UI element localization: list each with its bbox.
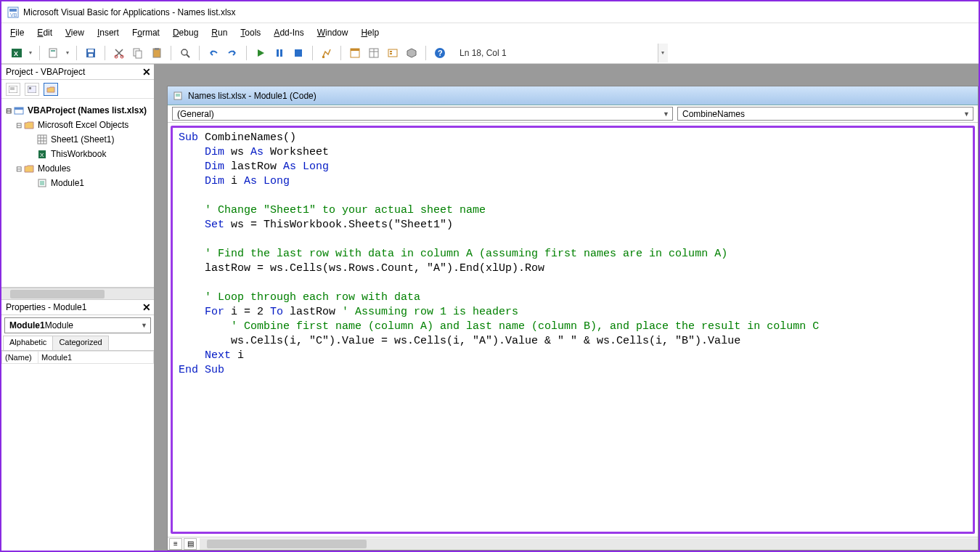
project-hscroll[interactable] — [1, 288, 154, 299]
undo-icon[interactable] — [205, 45, 221, 61]
svg-rect-19 — [280, 49, 282, 57]
prop-name-key: (Name) — [2, 352, 38, 364]
menu-run[interactable]: Run — [211, 28, 227, 38]
toolbar-overflow[interactable]: ▾ — [658, 44, 668, 62]
code-editor[interactable]: Sub CombineNames() Dim ws As Worksheet D… — [171, 126, 975, 534]
full-module-view-icon[interactable]: ▤ — [184, 538, 197, 550]
tree-root-label: VBAProject (Names list.xlsx) — [28, 105, 147, 115]
properties-combo-bold: Module1 — [9, 320, 45, 330]
tree-root[interactable]: ⊟ VBAProject (Names list.xlsx) — [4, 103, 151, 118]
separator — [39, 46, 40, 60]
code-window-footer: ≡ ▤ — [168, 537, 978, 550]
project-pane-header: Project - VBAProject ✕ — [1, 64, 154, 80]
svg-rect-5 — [49, 49, 57, 57]
close-icon[interactable]: ✕ — [142, 66, 151, 78]
menu-window[interactable]: Window — [317, 28, 348, 38]
reset-icon[interactable] — [290, 45, 306, 61]
code-window-combos: (General) ▼ CombineNames ▼ — [168, 105, 978, 123]
svg-rect-27 — [388, 49, 397, 57]
window-title: Microsoft Visual Basic for Applications … — [23, 7, 236, 17]
menu-view[interactable]: View — [65, 28, 84, 38]
help-icon[interactable]: ? — [432, 45, 448, 61]
tree-sheet1[interactable]: Sheet1 (Sheet1) — [4, 132, 151, 147]
tree-modules[interactable]: ⊟ Modules — [4, 161, 151, 176]
break-icon[interactable] — [271, 45, 287, 61]
menu-format[interactable]: Format — [132, 28, 160, 38]
copy-icon[interactable] — [130, 45, 146, 61]
view-code-icon[interactable] — [6, 83, 20, 96]
menu-tools[interactable]: Tools — [240, 28, 261, 38]
svg-line-17 — [187, 54, 189, 57]
find-icon[interactable] — [177, 45, 193, 61]
menu-edit[interactable]: Edit — [37, 28, 52, 38]
tree-excel-objects[interactable]: ⊟ Microsoft Excel Objects — [4, 118, 151, 132]
separator — [199, 46, 200, 60]
object-combo[interactable]: (General) ▼ — [172, 107, 673, 121]
menu-help[interactable]: Help — [361, 28, 379, 38]
menu-addins[interactable]: Add-Ins — [274, 28, 303, 38]
folder-icon — [23, 163, 35, 174]
code-window-titlebar[interactable]: Names list.xlsx - Module1 (Code) — [168, 86, 978, 105]
project-toolbar — [1, 80, 154, 99]
object-browser-icon[interactable] — [385, 45, 401, 61]
svg-text:?: ? — [438, 49, 443, 57]
procedure-combo[interactable]: CombineNames ▼ — [677, 107, 973, 121]
toolbox-icon[interactable] — [404, 45, 420, 61]
tab-alphabetic[interactable]: Alphabetic — [3, 336, 53, 350]
menu-insert[interactable]: Insert — [97, 28, 119, 38]
procedure-view-icon[interactable]: ≡ — [169, 538, 182, 550]
paste-icon[interactable] — [149, 45, 165, 61]
insert-module-icon[interactable] — [46, 45, 62, 61]
tab-categorized[interactable]: Categorized — [52, 336, 108, 350]
redo-icon[interactable] — [224, 45, 240, 61]
tree-sheet1-label: Sheet1 (Sheet1) — [51, 134, 114, 145]
separator — [76, 46, 77, 60]
design-mode-icon[interactable] — [319, 45, 335, 61]
properties-grid[interactable]: (Name) Module1 — [1, 350, 154, 551]
worksheet-icon — [36, 134, 48, 145]
tree-thisworkbook[interactable]: X ThisWorkbook — [4, 147, 151, 161]
code-hscroll[interactable] — [200, 538, 978, 550]
svg-rect-13 — [136, 51, 142, 58]
separator — [171, 46, 171, 60]
menubar: File Edit View Insert Format Debug Run T… — [1, 23, 979, 42]
svg-rect-20 — [295, 49, 302, 57]
separator — [246, 46, 247, 60]
toolbar: X ▾ ▾ ? Ln 18, Col 1 ▾ — [1, 42, 979, 64]
insert-module-dropdown[interactable]: ▾ — [65, 45, 70, 61]
chevron-down-icon: ▼ — [141, 322, 147, 329]
menu-debug[interactable]: Debug — [173, 28, 198, 38]
module-icon — [172, 90, 184, 102]
svg-text:VB: VB — [10, 12, 17, 17]
properties-window-icon[interactable] — [366, 45, 382, 61]
svg-rect-39 — [38, 135, 46, 144]
code-window: Names list.xlsx - Module1 (Code) (Genera… — [167, 86, 979, 551]
view-excel-dropdown[interactable]: ▾ — [28, 45, 33, 61]
tree-thisworkbook-label: ThisWorkbook — [51, 149, 106, 159]
project-pane-title: Project - VBAProject — [6, 67, 85, 77]
separator — [105, 46, 105, 60]
view-object-icon[interactable] — [25, 83, 39, 96]
properties-object-combo[interactable]: Module1 Module ▼ — [4, 317, 151, 333]
toggle-folders-icon[interactable] — [44, 83, 58, 96]
properties-tabs: Alphabetic Categorized — [1, 336, 154, 350]
save-icon[interactable] — [83, 45, 99, 61]
project-explorer-icon[interactable] — [347, 45, 363, 61]
close-icon[interactable]: ✕ — [142, 301, 151, 313]
svg-text:X: X — [40, 152, 44, 158]
cut-icon[interactable] — [111, 45, 127, 61]
run-icon[interactable] — [253, 45, 269, 61]
cursor-position: Ln 18, Col 1 — [460, 48, 507, 58]
code-window-title: Names list.xlsx - Module1 (Code) — [188, 91, 317, 101]
view-excel-icon[interactable]: X — [9, 45, 25, 61]
tree-modules-label: Modules — [38, 163, 70, 174]
tree-module1[interactable]: Module1 — [4, 176, 151, 190]
vba-app-icon: VB — [7, 7, 19, 18]
svg-rect-18 — [277, 49, 279, 57]
svg-rect-8 — [88, 49, 94, 52]
tree-excel-objects-label: Microsoft Excel Objects — [38, 120, 128, 130]
menu-file[interactable]: File — [10, 28, 24, 38]
prop-name-value[interactable]: Module1 — [38, 352, 154, 364]
project-tree[interactable]: ⊟ VBAProject (Names list.xlsx) ⊟ Microso… — [1, 99, 154, 288]
workbook-icon: X — [36, 148, 48, 160]
